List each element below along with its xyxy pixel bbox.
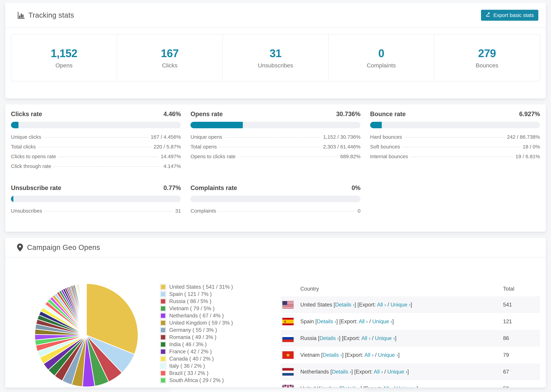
rate-block-opens: Opens rate30.736%Unique opens1,152 / 30.… xyxy=(191,111,360,173)
legend-swatch xyxy=(160,363,166,369)
summary-cell-unsubscribes: 31Unsubscribes xyxy=(223,34,329,81)
export-all-link[interactable]: All › xyxy=(383,385,392,388)
summary-value: 279 xyxy=(478,47,496,60)
legend-label: Netherlands ( 67 / 4% ) xyxy=(169,313,224,319)
export-unique-link[interactable]: Unique › xyxy=(378,352,398,358)
map-pin-icon xyxy=(17,244,23,252)
rate-row: Unique opens1,152 / 30.736% xyxy=(191,134,360,144)
details-link[interactable]: Details › xyxy=(332,369,351,375)
export-all-link[interactable]: All › xyxy=(365,352,374,358)
details-link[interactable]: Details › xyxy=(323,352,342,358)
export-all-link[interactable]: All › xyxy=(374,369,383,375)
country-cell: Russia [Details ›] [Export: All › / Uniq… xyxy=(300,335,503,341)
geo-table: Country Total United States [Details ›] … xyxy=(281,281,540,388)
legend-label: India ( 46 / 3% ) xyxy=(169,341,207,348)
export-all-link[interactable]: All › xyxy=(377,302,386,308)
rate-row: Unique clicks167 / 4.456% xyxy=(11,134,181,144)
rate-title: Bounce rate xyxy=(370,111,406,118)
legend-label: Spain ( 121 / 7% ) xyxy=(169,291,212,297)
rate-row-value: 167 / 4.456% xyxy=(151,134,181,140)
export-basic-stats-button[interactable]: Export basic stats xyxy=(481,10,538,21)
rate-row-label: Total clicks xyxy=(11,144,36,150)
rate-value: 0% xyxy=(352,184,360,192)
rate-row-value: 14.497% xyxy=(161,154,181,159)
rate-row: Total clicks220 / 5.87% xyxy=(11,144,181,154)
rate-row-value: 4.147% xyxy=(164,163,181,169)
rate-row-value: 689.82% xyxy=(340,154,360,159)
export-unique-link[interactable]: Unique › xyxy=(375,335,395,341)
rate-progress-track xyxy=(11,122,181,128)
legend-item-germany: Germany ( 55 / 3% ) xyxy=(160,327,233,334)
rate-row: Internal bounces19 / 6.81% xyxy=(370,154,540,163)
rate-value: 0.77% xyxy=(163,184,181,192)
rate-head: Opens rate30.736% xyxy=(191,111,360,118)
rate-row-label: Opens to clicks rate xyxy=(191,154,235,159)
tracking-stats-title: Tracking stats xyxy=(17,11,74,19)
details-link[interactable]: Details › xyxy=(335,302,354,308)
dotted-leader xyxy=(44,137,148,138)
rate-title: Clicks rate xyxy=(11,111,42,118)
export-all-link[interactable]: All › xyxy=(359,318,368,324)
rate-progress-track xyxy=(370,122,540,128)
summary-value: 1,152 xyxy=(51,47,77,60)
export-unique-link[interactable]: Unique › xyxy=(396,385,417,388)
details-link[interactable]: Details › xyxy=(341,385,360,388)
summary-label: Complaints xyxy=(367,62,396,69)
rate-row: Click through rate4.147% xyxy=(11,163,181,173)
legend-label: France ( 42 / 2% ) xyxy=(169,349,212,355)
legend-swatch xyxy=(160,305,166,312)
rate-row-label: Unique opens xyxy=(191,134,222,140)
pie-slice-other-52[interactable] xyxy=(86,284,86,335)
country-column-header: Country xyxy=(300,286,503,292)
rate-progress-fill xyxy=(191,122,243,128)
legend-swatch xyxy=(160,291,166,297)
flag-icon-gb xyxy=(282,385,294,388)
geo-title: Campaign Geo Opens xyxy=(27,243,100,252)
details-link[interactable]: Details › xyxy=(317,318,336,324)
page-title: Tracking stats xyxy=(28,11,74,19)
export-unique-link[interactable]: Unique › xyxy=(372,318,392,324)
rate-row-value: 242 / 86.738% xyxy=(507,134,540,140)
summary-label: Opens xyxy=(56,62,72,69)
rate-row-label: Unique clicks xyxy=(11,134,41,140)
details-link[interactable]: Details › xyxy=(319,335,339,341)
rate-row: Total opens2,303 / 61.446% xyxy=(191,144,360,154)
rate-row-value: 2,303 / 61.446% xyxy=(323,144,360,150)
export-all-link[interactable]: All › xyxy=(361,335,370,341)
rate-block-unsubscribe: Unsubscribe rate0.77%Unsubscribes31 xyxy=(11,184,181,218)
rate-progress-track xyxy=(191,122,360,128)
table-row-es: Spain [Details ›] [Export: All › / Uniqu… xyxy=(281,313,540,330)
summary-cell-clicks: 167Clicks xyxy=(117,34,223,81)
rate-title: Opens rate xyxy=(191,111,223,118)
rate-row-label: Internal bounces xyxy=(370,154,408,159)
vietnam-star: ★ xyxy=(282,351,294,359)
export-unique-link[interactable]: Unique › xyxy=(390,302,410,308)
legend-label: Russia ( 86 / 5% ) xyxy=(169,298,211,304)
legend-label: Vietnam ( 79 / 5% ) xyxy=(169,305,215,312)
legend-swatch xyxy=(160,298,166,304)
total-cell: 541 xyxy=(503,302,540,308)
campaign-geo-opens-card: Campaign Geo Opens United States ( 541 /… xyxy=(5,238,546,388)
dotted-leader xyxy=(219,211,355,211)
spain-emblem xyxy=(284,321,286,323)
table-row-vn: ★Vietnam [Details ›] [Export: All › / Un… xyxy=(281,347,540,364)
dotted-leader xyxy=(38,147,151,147)
dotted-leader xyxy=(54,166,161,167)
rate-row-label: Soft bounces xyxy=(370,144,400,150)
rate-row: Unsubscribes31 xyxy=(11,208,181,218)
legend-item-netherlands: Netherlands ( 67 / 4% ) xyxy=(160,312,233,319)
rate-row-value: 31 xyxy=(175,208,181,214)
rate-rows: Unique clicks167 / 4.456%Total clicks220… xyxy=(11,134,181,173)
export-icon xyxy=(486,12,491,19)
rate-row-label: Unsubscribes xyxy=(11,208,42,214)
dotted-leader xyxy=(405,137,504,138)
rate-row-value: 18 / 0% xyxy=(523,144,540,150)
rate-row-value: 220 / 5.87% xyxy=(154,144,181,150)
legend-item-romania: Romania ( 49 / 3% ) xyxy=(160,334,233,341)
export-unique-link[interactable]: Unique › xyxy=(387,369,407,375)
legend-item-brazil: Brazil ( 33 / 2% ) xyxy=(160,370,233,377)
summary-value: 31 xyxy=(269,47,281,60)
legend-label: Italy ( 36 / 2% ) xyxy=(169,363,205,369)
legend-label: United Kingdom ( 59 / 3% ) xyxy=(169,320,233,326)
summary-label: Unsubscribes xyxy=(258,62,293,69)
